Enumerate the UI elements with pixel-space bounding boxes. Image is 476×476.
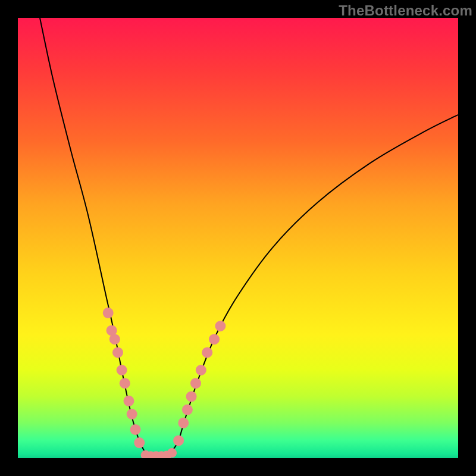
data-dot [109,334,120,345]
chart-plot-area [18,18,458,458]
data-dot [173,435,184,446]
data-dot [112,347,123,358]
data-dot [196,365,206,375]
data-dot [178,418,189,428]
data-dot [123,396,134,406]
data-dot [182,405,193,415]
data-dots-bottom [141,448,177,458]
data-dot [130,424,141,435]
data-dot [134,437,145,448]
data-dot [202,347,212,358]
data-dot [215,321,226,331]
data-dot [190,378,201,389]
data-dot [103,308,114,318]
data-dot [117,365,127,375]
data-dot [209,334,220,345]
data-dot [127,409,137,419]
data-dots-right [173,321,226,446]
bottleneck-curve [40,18,458,458]
data-dot [186,391,197,402]
data-dot [120,378,130,389]
data-dot [167,448,177,458]
